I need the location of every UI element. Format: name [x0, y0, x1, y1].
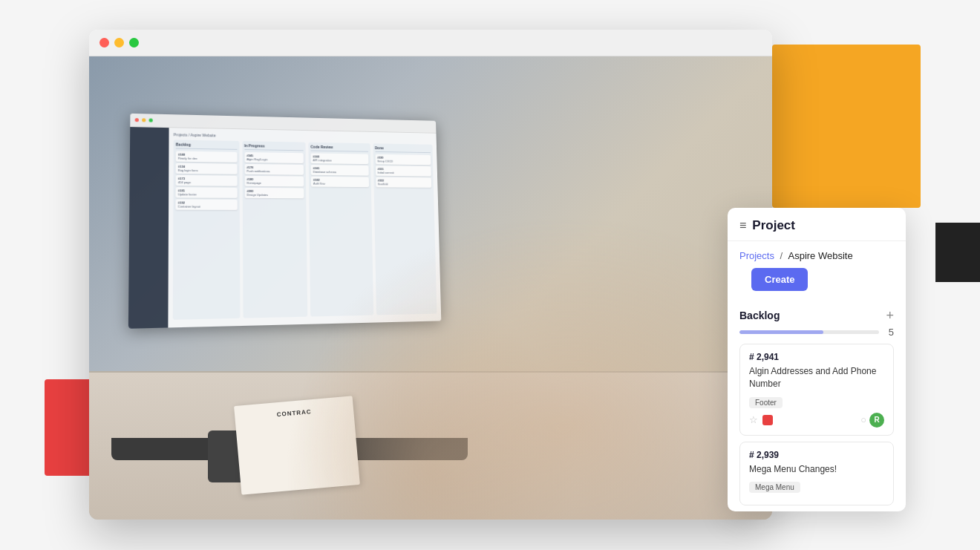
browser-content: Projects / Aspire Website Backlog #348Re… — [89, 56, 772, 520]
card-avatar-1: R — [869, 413, 884, 428]
black-accent-block — [935, 223, 980, 282]
backlog-label: Backlog — [739, 310, 780, 321]
col-header-backlog: Backlog — [176, 142, 237, 149]
kanban-board: Backlog #348Ready for dev #134Bug login … — [173, 140, 437, 319]
yellow-accent-block — [772, 45, 921, 208]
ls-fullscreen — [149, 118, 153, 122]
browser-window: Projects / Aspire Website Backlog #348Re… — [89, 30, 772, 520]
backlog-count: 5 — [885, 327, 894, 338]
kc-card: #330Setup CI/CD — [375, 154, 431, 165]
backlog-card-2[interactable]: # 2,939 Mega Menu Changes! Mega Menu — [739, 442, 894, 506]
kc-card: #180Homepage — [244, 176, 304, 187]
card-tag-2: Mega Menu — [749, 482, 800, 493]
project-panel: ≡ Project Projects / Aspire Website Crea… — [728, 208, 906, 511]
card-id-2: # 2,939 — [749, 450, 884, 460]
avatar-placeholder-1: ○ — [860, 414, 866, 425]
kc-card: #348Ready for dev — [176, 151, 237, 163]
kc-card: #331Initial commit — [375, 166, 431, 176]
kanban-col-review: Code Review #340API integration #341Data… — [308, 143, 373, 317]
kanban-col-done: Done #330Setup CI/CD #331Initial commit … — [373, 143, 437, 315]
traffic-light-minimize[interactable] — [114, 38, 124, 48]
kc-card: #192Container layout — [175, 199, 237, 209]
kc-card: #341Database schema — [311, 165, 369, 176]
kc-card: #178Push notifications — [244, 164, 304, 175]
kc-card: #134Bug login form — [176, 163, 237, 174]
contract-paper: CONTRAC — [234, 396, 360, 494]
pp-breadcrumb: Projects / Aspire Website — [728, 241, 906, 268]
ls-main: Projects / Aspire Website Backlog #348Re… — [168, 128, 441, 327]
backlog-progress-row: 5 — [739, 327, 894, 338]
card-title-1: Algin Addresses and Add Phone Number — [749, 365, 884, 390]
photo-background: Projects / Aspire Website Backlog #348Re… — [89, 56, 772, 520]
breadcrumb-projects-link[interactable]: Projects — [739, 250, 774, 261]
panel-title: Project — [752, 218, 795, 233]
card-footer-1: ☆ ○ R — [749, 413, 884, 428]
pp-header: ≡ Project — [728, 208, 906, 241]
breadcrumb-separator: / — [780, 250, 783, 261]
kanban-col-inprogress: In Progress #345Algin Reg/Login #178Push… — [242, 141, 307, 318]
card-id-1: # 2,941 — [749, 352, 884, 362]
create-button[interactable]: Create — [751, 268, 808, 291]
backlog-add-button[interactable]: + — [886, 309, 894, 322]
kc-card: #181Update footer — [176, 187, 238, 198]
ls-minimize — [142, 118, 146, 122]
menu-icon: ≡ — [739, 219, 746, 232]
ls-close — [135, 118, 139, 122]
card-avatar-group-1: ○ R — [860, 413, 884, 428]
kc-card: #173404 page — [176, 175, 238, 186]
card-title-2: Mega Menu Changes! — [749, 463, 884, 476]
kanban-col-backlog: Backlog #348Ready for dev #134Bug login … — [173, 140, 240, 319]
progress-bar-fill — [739, 330, 823, 334]
priority-badge-1 — [762, 415, 773, 425]
browser-titlebar — [89, 30, 772, 56]
ls-body: Projects / Aspire Website Backlog #348Re… — [128, 127, 441, 329]
ls-sidebar — [128, 127, 169, 329]
backlog-section: Backlog + 5 # 2,941 Algin Addresses and … — [728, 309, 906, 511]
card-star-1[interactable]: ☆ — [749, 414, 758, 425]
progress-bar-background — [739, 330, 879, 334]
backlog-card-1[interactable]: # 2,941 Algin Addresses and Add Phone Nu… — [739, 344, 894, 436]
backlog-section-header: Backlog + — [739, 309, 894, 322]
col-header-inprogress: In Progress — [244, 143, 304, 151]
traffic-light-close[interactable] — [99, 38, 109, 48]
traffic-light-fullscreen[interactable] — [129, 38, 139, 48]
col-header-done: Done — [375, 145, 431, 153]
laptop-screen: Projects / Aspire Website Backlog #348Re… — [128, 114, 441, 329]
create-button-container: Create — [728, 268, 906, 309]
breadcrumb-current: Aspire Website — [788, 250, 853, 261]
kc-card: #340API integration — [310, 153, 368, 164]
kc-card: #332Scaffold — [376, 177, 431, 188]
kc-card: #342Auth flow — [311, 177, 369, 187]
contract-text: CONTRAC — [244, 405, 344, 421]
card-actions-1: ☆ — [749, 414, 773, 425]
kc-card: #345Algin Reg/Login — [244, 152, 304, 163]
card-tag-1: Footer — [749, 397, 783, 408]
kc-card: #200Design Updates — [244, 188, 304, 198]
col-header-review: Code Review — [310, 145, 368, 152]
